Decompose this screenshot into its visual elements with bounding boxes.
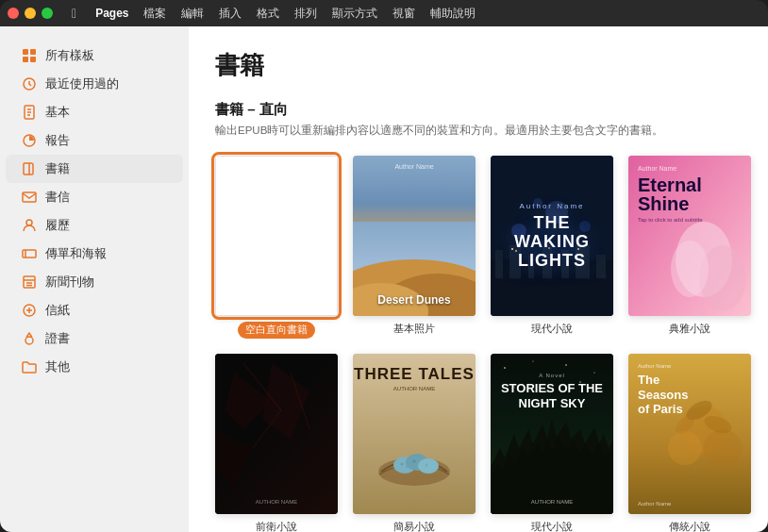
menubar:  Pages 檔案 編輯 插入 格式 排列 顯示方式 視窗 輔助說明: [0, 0, 768, 26]
template-eternal[interactable]: Author Name EternalShine Tap to click to…: [628, 156, 751, 339]
sidebar-item-report[interactable]: 報告: [6, 126, 183, 155]
sidebar: 所有樣板 最近使用過的 基本: [0, 26, 189, 532]
envelope-icon: [21, 189, 38, 206]
template-cover-shatter: ASHATTERIN THEDARK AUTHOR NAME: [215, 354, 338, 514]
template-cover-three: THREE TALES AUTHOR NAME: [353, 354, 476, 514]
paris-title: TheSeasonsof Paris: [638, 373, 742, 417]
section-title: 書籍 – 直向: [215, 101, 742, 119]
svg-rect-35: [596, 255, 606, 278]
svg-point-60: [418, 458, 439, 474]
shatter-overlay: [215, 354, 338, 514]
sidebar-label-all: 所有樣板: [45, 47, 94, 64]
template-shatter[interactable]: ASHATTERIN THEDARK AUTHOR NAME 前衛小說: [215, 354, 338, 532]
sidebar-label-recent: 最近使用過的: [45, 75, 119, 92]
sidebar-item-books[interactable]: 書籍: [6, 155, 183, 183]
svg-rect-11: [23, 192, 36, 202]
sidebar-item-basic[interactable]: 基本: [6, 98, 183, 126]
eternal-author: Author Name: [638, 165, 742, 172]
svg-rect-13: [23, 250, 36, 258]
sidebar-item-news[interactable]: 新聞刊物: [6, 268, 183, 296]
traffic-lights: [8, 8, 53, 19]
sidebar-label-stationery: 信紙: [45, 302, 70, 319]
sidebar-label-letter: 書信: [45, 189, 70, 206]
newspaper-icon: [21, 274, 38, 291]
svg-point-48: [671, 241, 709, 297]
sidebar-item-recent[interactable]: 最近使用過的: [6, 70, 183, 98]
sidebar-item-poster[interactable]: 傳單和海報: [6, 240, 183, 268]
apple-menu[interactable]: : [72, 6, 76, 21]
sidebar-item-all[interactable]: 所有樣板: [6, 42, 183, 70]
three-text: THREE TALES AUTHOR NAME: [353, 365, 476, 391]
clock-icon: [21, 75, 38, 92]
sidebar-label-news: 新聞刊物: [45, 274, 94, 291]
cover-waking-title: THEWAKINGLIGHTS: [514, 214, 590, 270]
main-layout: 所有樣板 最近使用過的 基本: [0, 26, 768, 532]
person-icon: [21, 217, 38, 234]
template-waking[interactable]: Author Name THEWAKINGLIGHTS 現代小說: [491, 156, 613, 339]
menu-file[interactable]: 檔案: [143, 6, 166, 22]
menu-arrange[interactable]: 排列: [294, 6, 317, 22]
close-button[interactable]: [8, 8, 19, 19]
svg-rect-2: [23, 57, 28, 62]
cover-desert-title: Desert Dunes: [353, 293, 476, 307]
sidebar-item-stationery[interactable]: 信紙: [6, 296, 183, 324]
minimize-button[interactable]: [25, 8, 36, 19]
sidebar-item-letter[interactable]: 書信: [6, 183, 183, 211]
template-cover-waking: Author Name THEWAKINGLIGHTS: [491, 156, 613, 316]
cover-waking-subtitle: Author Name: [514, 202, 590, 210]
sidebar-label-poster: 傳單和海報: [45, 245, 107, 262]
template-cover-paris: Author Name TheSeasonsof Paris Author Na…: [628, 354, 751, 514]
sidebar-item-misc[interactable]: 其他: [6, 353, 183, 381]
sidebar-item-resume[interactable]: 履歷: [6, 211, 183, 240]
svg-point-22: [25, 337, 33, 344]
menu-insert[interactable]: 插入: [219, 6, 242, 22]
menu-edit[interactable]: 編輯: [181, 6, 204, 22]
cover-waking-title-block: Author Name THEWAKINGLIGHTS: [514, 202, 590, 270]
template-three[interactable]: THREE TALES AUTHOR NAME 簡易小說: [353, 354, 476, 532]
svg-rect-3: [30, 57, 36, 62]
night-title: STORIES OF THE NIGHT SKY: [491, 381, 613, 410]
fullscreen-button[interactable]: [42, 8, 53, 19]
sidebar-label-certificates: 證書: [45, 330, 70, 347]
svg-point-77: [704, 429, 742, 467]
night-text: A Novel STORIES OF THE NIGHT SKY: [491, 365, 613, 410]
cover-paris-bg: Author Name TheSeasonsof Paris Author Na…: [628, 354, 751, 514]
svg-point-61: [401, 463, 404, 466]
menu-view[interactable]: 顯示方式: [332, 6, 377, 22]
megaphone-icon: [21, 245, 38, 262]
template-night[interactable]: A Novel STORIES OF THE NIGHT SKY AUTHOR …: [491, 354, 613, 532]
menu-help[interactable]: 輔助說明: [430, 6, 476, 22]
svg-point-63: [413, 460, 416, 463]
template-paris[interactable]: Author Name TheSeasonsof Paris Author Na…: [628, 354, 751, 532]
sidebar-item-certificates[interactable]: 證書: [6, 324, 183, 353]
cover-three-bg: THREE TALES AUTHOR NAME: [353, 354, 476, 514]
svg-point-62: [406, 466, 408, 468]
template-label-three: 簡易小說: [393, 520, 435, 532]
three-title: THREE TALES: [353, 365, 476, 384]
template-cover-desert: Author Name: [353, 156, 476, 316]
svg-point-12: [26, 220, 32, 225]
svg-point-64: [426, 464, 428, 467]
svg-rect-1: [30, 49, 36, 55]
svg-rect-29: [495, 250, 503, 278]
template-label-waking: 現代小說: [531, 322, 573, 336]
eternal-title: EternalShine: [638, 175, 742, 213]
book-icon: [21, 160, 38, 177]
template-desert[interactable]: Author Name: [353, 156, 476, 339]
template-label-paris: 傳統小說: [669, 520, 710, 532]
night-novel-label: A Novel: [491, 373, 613, 378]
template-blank[interactable]: 空白直向書籍: [215, 156, 338, 339]
cover-desert-bg: Author Name: [353, 156, 476, 316]
template-label-desert: 基本照片: [393, 322, 435, 336]
template-cover-night: A Novel STORIES OF THE NIGHT SKY AUTHOR …: [491, 354, 613, 514]
menu-window[interactable]: 視窗: [392, 6, 415, 22]
shatter-author: AUTHOR NAME: [256, 499, 297, 505]
three-author: AUTHOR NAME: [353, 386, 476, 391]
menu-pages[interactable]: Pages: [95, 7, 128, 20]
sidebar-label-basic: 基本: [45, 104, 70, 121]
eternal-tagline: Tap to click to add subtitle: [638, 217, 742, 223]
note-icon: [21, 302, 38, 319]
cover-waking-bg: Author Name THEWAKINGLIGHTS: [491, 156, 613, 316]
page-title: 書籍: [215, 49, 742, 82]
menu-format[interactable]: 格式: [257, 6, 279, 22]
